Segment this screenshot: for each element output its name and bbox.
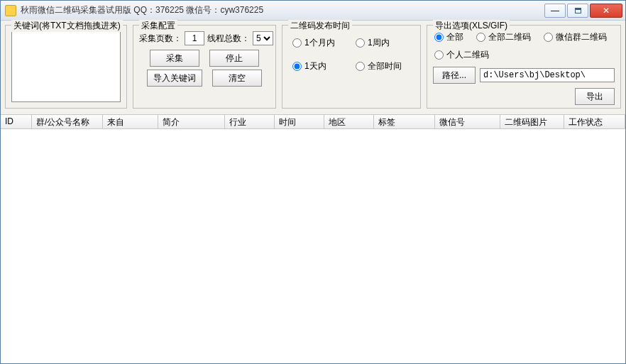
collect-config-legend: 采集配置: [139, 20, 177, 32]
table-body[interactable]: [1, 129, 625, 363]
col-intro[interactable]: 简介: [158, 115, 225, 128]
maximize-button[interactable]: [567, 4, 588, 18]
threads-select[interactable]: 5: [253, 31, 273, 45]
collect-config-group: 采集配置 采集页数： 线程总数： 5 采集 停止 导入关键词 清空: [133, 25, 276, 109]
import-keywords-button[interactable]: 导入关键词: [147, 70, 202, 87]
radio-1day[interactable]: 1天内: [292, 60, 347, 72]
col-wechat[interactable]: 微信号: [435, 115, 500, 128]
col-status[interactable]: 工作状态: [564, 115, 625, 128]
radio-1month-label: 1个月内: [304, 37, 335, 49]
results-grid: ID 群/公众号名称 来自 简介 行业 时间 地区 标签 微信号 二维码图片 工…: [1, 115, 625, 363]
path-button[interactable]: 路径...: [433, 67, 476, 84]
col-name[interactable]: 群/公众号名称: [32, 115, 103, 128]
radio-export-allqr-label: 全部二维码: [488, 31, 531, 43]
stop-button[interactable]: 停止: [209, 50, 259, 67]
keyword-textarea[interactable]: [11, 31, 121, 102]
radio-export-allqr[interactable]: 全部二维码: [476, 31, 531, 43]
config-panel: 关键词(将TXT文档拖拽进来) 采集配置 采集页数： 线程总数： 5 采集 停止: [1, 21, 625, 115]
radio-export-personalqr[interactable]: 个人二维码: [434, 49, 489, 61]
window-controls: — ✕: [543, 4, 622, 18]
close-button[interactable]: ✕: [590, 4, 622, 18]
col-id[interactable]: ID: [1, 115, 32, 128]
threads-label: 线程总数：: [207, 33, 250, 45]
radio-export-personalqr-label: 个人二维码: [446, 49, 489, 61]
radio-alltime[interactable]: 全部时间: [356, 60, 410, 72]
window-title: 秋雨微信二维码采集器试用版 QQ：376225 微信号：cyw376225: [21, 4, 543, 16]
col-from[interactable]: 来自: [103, 115, 158, 128]
col-industry[interactable]: 行业: [225, 115, 275, 128]
radio-alltime-label: 全部时间: [368, 60, 402, 72]
export-legend: 导出选项(XLS/GIF): [433, 20, 510, 32]
publish-time-group: 二维码发布时间 1个月内 1周内 1天内 全部时间: [282, 25, 421, 109]
export-group: 导出选项(XLS/GIF) 全部 全部二维码 微信群二维码 个人二维码 路径..…: [427, 25, 621, 109]
export-button[interactable]: 导出: [575, 88, 615, 105]
keyword-group: 关键词(将TXT文档拖拽进来): [5, 25, 127, 109]
radio-1week-label: 1周内: [368, 37, 390, 49]
radio-export-all[interactable]: 全部: [434, 31, 463, 43]
clear-button[interactable]: 清空: [212, 70, 262, 87]
app-window: 秋雨微信二维码采集器试用版 QQ：376225 微信号：cyw376225 — …: [0, 0, 626, 364]
pages-label: 采集页数：: [139, 33, 182, 45]
col-region[interactable]: 地区: [324, 115, 374, 128]
radio-1week[interactable]: 1周内: [356, 37, 410, 49]
col-qrimg[interactable]: 二维码图片: [500, 115, 564, 128]
col-time[interactable]: 时间: [275, 115, 324, 128]
radio-1month[interactable]: 1个月内: [292, 37, 347, 49]
table-header: ID 群/公众号名称 来自 简介 行业 时间 地区 标签 微信号 二维码图片 工…: [1, 115, 625, 129]
app-icon: [5, 5, 16, 16]
keyword-legend: 关键词(将TXT文档拖拽进来): [11, 20, 123, 32]
titlebar: 秋雨微信二维码采集器试用版 QQ：376225 微信号：cyw376225 — …: [1, 1, 625, 21]
radio-export-groupqr-label: 微信群二维码: [556, 31, 607, 43]
path-input[interactable]: [480, 68, 615, 82]
publish-time-legend: 二维码发布时间: [288, 20, 352, 32]
collect-button[interactable]: 采集: [150, 50, 199, 67]
minimize-button[interactable]: —: [544, 4, 566, 18]
radio-export-all-label: 全部: [446, 31, 463, 43]
radio-export-groupqr[interactable]: 微信群二维码: [544, 31, 607, 43]
pages-input[interactable]: [185, 31, 204, 45]
radio-1day-label: 1天内: [304, 60, 326, 72]
col-tag[interactable]: 标签: [374, 115, 435, 128]
